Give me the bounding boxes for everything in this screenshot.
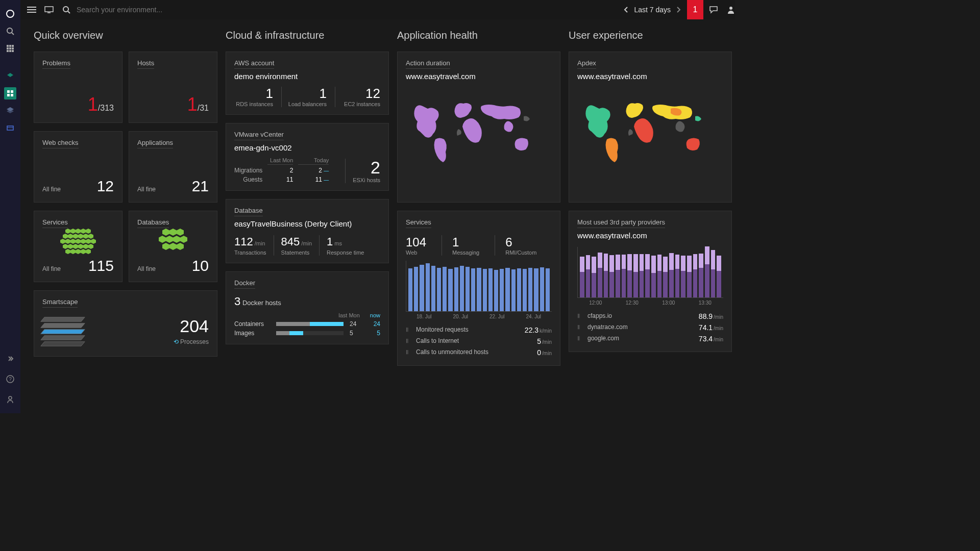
timeframe-selector[interactable]: Last 7 days [621, 5, 684, 15]
trend-flat-icon: — [324, 168, 329, 173]
svg-rect-3 [7, 45, 9, 47]
overview-column: Quick overview Problems 1/313 Hosts 1/31 [34, 30, 217, 366]
chat-icon[interactable] [706, 3, 721, 17]
logo-icon[interactable] [4, 8, 16, 20]
svg-rect-10 [9, 50, 11, 52]
database-tile[interactable]: Database easyTravelBusiness (Derby Clien… [226, 199, 389, 263]
svg-rect-27 [45, 7, 53, 12]
menu-icon[interactable] [24, 3, 39, 17]
svg-rect-14 [11, 90, 13, 93]
svg-rect-6 [7, 47, 9, 49]
timeframe-label: Last 7 days [634, 6, 671, 14]
svg-line-30 [68, 11, 70, 13]
user-icon[interactable] [724, 3, 735, 17]
bars-icon: ⫴ [577, 312, 584, 319]
bars-icon: ⫴ [577, 335, 584, 342]
vmware-tile[interactable]: VMware vCenter emea-gdn-vc002 Last MonTo… [226, 123, 389, 191]
bars-icon: ⫴ [406, 337, 413, 344]
services-bar-chart [406, 261, 552, 312]
svg-rect-19 [7, 126, 13, 130]
svg-point-31 [729, 7, 732, 10]
cloud-column: Cloud & infrastructure AWS account demo … [226, 30, 389, 366]
svg-point-29 [63, 7, 68, 12]
svg-marker-12 [7, 73, 13, 77]
bars-icon: ⫴ [406, 326, 413, 333]
hosts-title: Hosts [137, 59, 154, 69]
chevron-right-icon[interactable] [674, 5, 684, 15]
problems-title: Problems [42, 59, 70, 69]
webchecks-tile[interactable]: Web checks All fine12 [34, 131, 122, 203]
thirdparty-bar-chart [577, 247, 723, 298]
svg-point-23 [9, 396, 12, 399]
search-icon[interactable] [59, 3, 74, 17]
dashboard-grid: Quick overview Problems 1/313 Hosts 1/31 [20, 19, 735, 413]
world-map-colored [577, 86, 723, 178]
svg-rect-15 [7, 94, 10, 96]
svg-rect-4 [9, 45, 11, 47]
svg-rect-16 [11, 94, 13, 96]
trend-flat-icon: — [324, 177, 329, 183]
bars-icon: ⫴ [406, 348, 413, 356]
search-input[interactable] [77, 6, 230, 14]
apdex-tile[interactable]: Apdex www.easytravel.com [569, 52, 732, 203]
ux-column: User experience Apdex www.easytravel.com [569, 30, 732, 366]
problems-tile[interactable]: Problems 1/313 [34, 52, 122, 123]
svg-point-0 [7, 10, 14, 17]
link-icon: ⟲ [174, 338, 179, 345]
svg-line-2 [12, 33, 14, 35]
expand-icon[interactable] [4, 353, 16, 365]
world-map-purple [406, 86, 552, 178]
svg-rect-7 [9, 47, 11, 49]
services-card[interactable]: Services 104Web 1Messaging 6RMI/Custom 1… [397, 211, 560, 366]
rail-search-icon[interactable] [4, 25, 16, 37]
apps-grid-icon[interactable] [4, 42, 16, 55]
aws-tile[interactable]: AWS account demo environment 1RDS instan… [226, 52, 389, 115]
app-health-column: Application health Action duration www.e… [397, 30, 560, 366]
svg-rect-8 [12, 47, 14, 49]
svg-rect-5 [12, 45, 14, 47]
services-tile[interactable]: Services All fine115 [34, 211, 122, 282]
topbar: Last 7 days 1 [20, 0, 735, 19]
stack-icon[interactable] [4, 105, 16, 117]
hosts-tile[interactable]: Hosts 1/31 [129, 52, 217, 123]
dashboards-icon[interactable] [4, 87, 16, 99]
smartscape-tile[interactable]: Smartscape 204 ⟲ Processes [34, 290, 217, 357]
layers-icon [42, 315, 88, 350]
action-duration-tile[interactable]: Action duration www.easytravel.com [397, 52, 560, 203]
docker-tile[interactable]: Docker 3 Docker hosts last Monnow Contai… [226, 271, 389, 344]
images-bar [276, 331, 344, 335]
thirdparty-tile[interactable]: Most used 3rd party providers www.easytr… [569, 211, 732, 352]
svg-rect-11 [12, 50, 14, 52]
container-icon[interactable] [4, 122, 16, 134]
svg-text:?: ? [9, 377, 12, 382]
databases-tile[interactable]: Databases All fine10 [129, 211, 217, 282]
svg-rect-9 [7, 50, 9, 52]
alert-badge[interactable]: 1 [687, 0, 703, 19]
containers-bar [276, 322, 344, 326]
monitor-icon[interactable] [42, 3, 56, 17]
user-rail-icon[interactable] [4, 393, 16, 406]
help-icon[interactable]: ? [4, 373, 16, 385]
left-nav-rail: ? [0, 0, 20, 413]
bars-icon: ⫴ [577, 323, 584, 331]
cloud-icon[interactable] [4, 70, 16, 82]
svg-rect-13 [7, 90, 10, 93]
hex-cluster-icon [60, 229, 96, 254]
overview-title: Quick overview [34, 30, 217, 41]
chevron-left-icon[interactable] [621, 5, 631, 15]
svg-point-1 [7, 28, 12, 33]
hex-cluster-icon [159, 229, 187, 250]
applications-tile[interactable]: Applications All fine21 [129, 131, 217, 203]
